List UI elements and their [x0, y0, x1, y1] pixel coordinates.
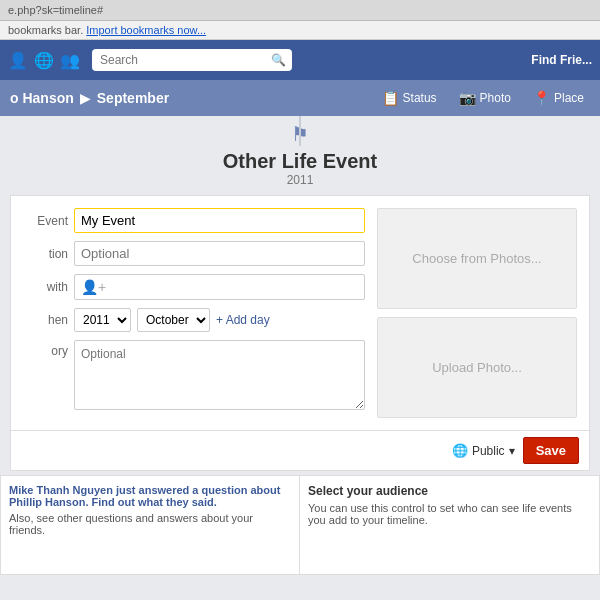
profile-actions: 📋 Status 📷 Photo 📍 Place	[376, 88, 590, 108]
story-row: ory	[23, 340, 365, 410]
profile-bar: o Hanson ▶ September 📋 Status 📷 Photo 📍 …	[0, 80, 600, 116]
event-title: Other Life Event	[0, 150, 600, 173]
timeline-month: September	[97, 90, 169, 106]
nav-icons: 👤 🌐 👥	[8, 51, 80, 70]
photo-icon: 📷	[459, 90, 476, 106]
choose-photos-button[interactable]: Choose from Photos...	[377, 208, 577, 309]
globe-nav-icon[interactable]: 🌐	[34, 51, 54, 70]
photo-button[interactable]: 📷 Photo	[453, 88, 517, 108]
bookmarks-bar: bookmarks bar. Import bookmarks now...	[0, 21, 600, 40]
facebook-nav: 👤 🌐 👥 🔍 Find Frie...	[0, 40, 600, 80]
activity-panel: Mike Thanh Nguyen just answered a questi…	[0, 475, 300, 575]
event-name-input[interactable]	[74, 208, 365, 233]
story-label: ory	[23, 344, 68, 358]
place-icon: 📍	[533, 90, 550, 106]
timeline-indicator: ⚑	[0, 116, 600, 146]
add-person-icon: 👤+	[81, 279, 106, 295]
audience-label: Public	[472, 444, 505, 458]
date-row: 2011 October + Add day	[74, 308, 270, 332]
event-label: Event	[23, 214, 68, 228]
with-label: with	[23, 280, 68, 294]
location-row: tion	[23, 241, 365, 266]
breadcrumb-arrow: ▶	[80, 90, 91, 106]
audience-selector[interactable]: 🌐 Public ▾	[452, 443, 515, 458]
event-header: Other Life Event 2011	[0, 146, 600, 195]
audience-globe-icon: 🌐	[452, 443, 468, 458]
upload-photo-button[interactable]: Upload Photo...	[377, 317, 577, 418]
when-row: hen 2011 October + Add day	[23, 308, 365, 332]
add-day-link[interactable]: + Add day	[216, 313, 270, 327]
month-select[interactable]: October	[137, 308, 210, 332]
audience-chevron-icon: ▾	[509, 444, 515, 458]
home-icon[interactable]: 👤	[8, 51, 28, 70]
form-footer: 🌐 Public ▾ Save	[10, 431, 590, 471]
form-right-panel: Choose from Photos... Upload Photo...	[377, 208, 577, 418]
save-button[interactable]: Save	[523, 437, 579, 464]
audience-info-panel: Select your audience You can use this co…	[300, 475, 600, 575]
location-input[interactable]	[74, 241, 365, 266]
place-button[interactable]: 📍 Place	[527, 88, 590, 108]
search-icon: 🔍	[271, 53, 286, 67]
with-input[interactable]: 👤+	[74, 274, 365, 300]
find-friends-link[interactable]: Find Frie...	[531, 53, 592, 67]
audience-panel-title: Select your audience	[308, 484, 591, 498]
location-label: tion	[23, 247, 68, 261]
with-row: with 👤+	[23, 274, 365, 300]
profile-name[interactable]: o Hanson	[10, 90, 74, 106]
story-textarea[interactable]	[74, 340, 365, 410]
search-box[interactable]: 🔍	[92, 49, 292, 71]
year-select[interactable]: 2011	[74, 308, 131, 332]
when-label: hen	[23, 313, 68, 327]
status-button[interactable]: 📋 Status	[376, 88, 443, 108]
audience-panel-text: You can use this control to set who can …	[308, 502, 591, 526]
browser-url-bar: e.php?sk=timeline#	[0, 0, 600, 21]
timeline-center-line	[299, 116, 301, 146]
search-input[interactable]	[92, 49, 292, 71]
event-name-row: Event	[23, 208, 365, 233]
activity-sub-text: Also, see other questions and answers ab…	[9, 512, 291, 536]
import-bookmarks-link[interactable]: Import bookmarks now...	[86, 24, 206, 36]
status-icon: 📋	[382, 90, 399, 106]
bottom-panels: Mike Thanh Nguyen just answered a questi…	[0, 475, 600, 575]
people-icon[interactable]: 👥	[60, 51, 80, 70]
event-year: 2011	[0, 173, 600, 187]
life-event-form: Event tion with 👤+ hen 2011 October	[10, 195, 590, 431]
activity-link[interactable]: Mike Thanh Nguyen just answered a questi…	[9, 484, 280, 508]
form-left-panel: Event tion with 👤+ hen 2011 October	[23, 208, 365, 418]
